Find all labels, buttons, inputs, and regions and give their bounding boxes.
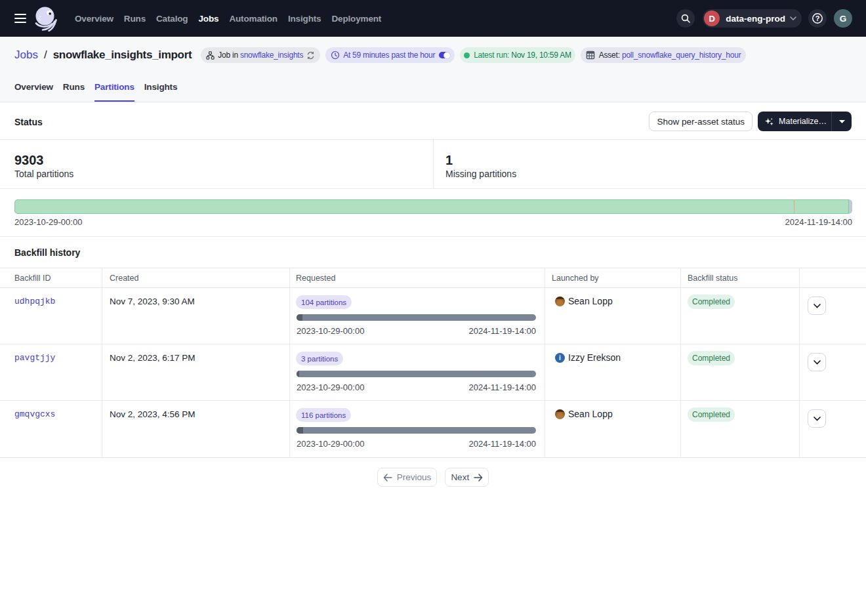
svg-text:?: ? <box>815 14 820 22</box>
